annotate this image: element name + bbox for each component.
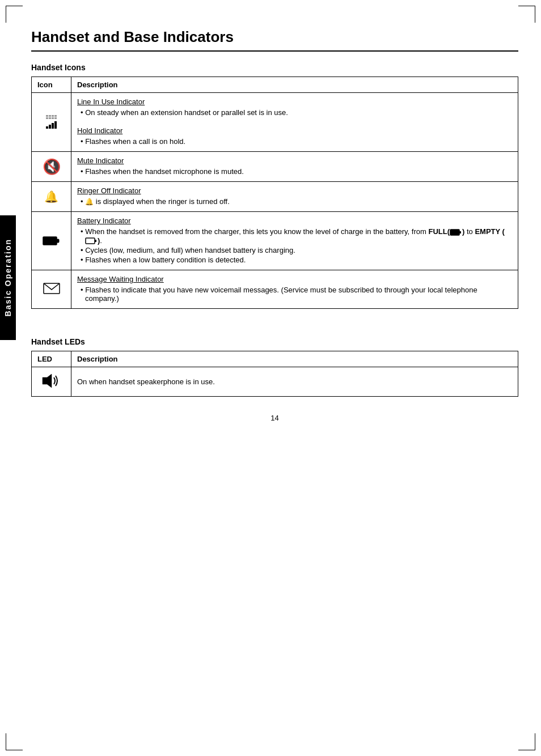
icon-cell-message	[32, 270, 71, 309]
handset-leds-table: LED Description On when handset s	[31, 351, 518, 397]
message-bullet1: Flashes to indicate that you have new vo…	[77, 286, 512, 303]
battery-bullet2: Cycles (low, medium, and full) when hand…	[77, 246, 512, 254]
battery-bullet1: When the handset is removed from the cha…	[77, 227, 512, 245]
line-use-bullet1: On steady when an extension handset or p…	[77, 108, 512, 117]
icon-cell-speaker	[32, 367, 71, 397]
handset-leds-heading: Handset LEDs	[31, 337, 518, 346]
table-row: Message Waiting Indicator Flashes to ind…	[32, 270, 518, 309]
mute-icon: 🔇	[43, 158, 61, 175]
svg-rect-2	[450, 230, 459, 235]
mute-title: Mute Indicator	[77, 156, 512, 165]
corner-mark-tl	[6, 6, 23, 23]
svg-rect-4	[86, 238, 95, 244]
page-title: Handset and Base Indicators	[31, 28, 518, 46]
side-tab-label: Basic Operation	[3, 239, 12, 316]
desc-cell-signal: Line In Use Indicator On steady when an …	[71, 93, 518, 152]
speaker-description: On when handset speakerphone is in use.	[77, 377, 215, 386]
table-row: 🔔 Ringer Off Indicator 🔔 is displayed wh…	[32, 182, 518, 212]
mute-bullet1: Flashes when the handset microphone is m…	[77, 167, 512, 176]
desc-cell-mute: Mute Indicator Flashes when the handset …	[71, 152, 518, 182]
col-desc-header: Description	[71, 77, 518, 93]
svg-rect-0	[43, 237, 57, 245]
desc-cell-ringer: Ringer Off Indicator 🔔 is displayed when…	[71, 182, 518, 212]
table-row: Battery Indicator When the handset is re…	[32, 212, 518, 270]
hold-title: Hold Indicator	[77, 126, 512, 135]
handset-icons-heading: Handset Icons	[31, 63, 518, 72]
desc-cell-battery: Battery Indicator When the handset is re…	[71, 212, 518, 270]
svg-rect-1	[57, 239, 59, 243]
ringer-off-icon: 🔔	[44, 190, 58, 203]
spacer1	[31, 326, 518, 337]
page-number: 14	[31, 414, 518, 422]
svg-rect-3	[459, 231, 461, 233]
battery-bullet3: Flashes when a low battery condition is …	[77, 256, 512, 264]
ringer-bullet1: 🔔 is displayed when the ringer is turned…	[77, 197, 512, 206]
icon-cell-mute: 🔇	[32, 152, 71, 182]
side-tab: Basic Operation	[0, 215, 16, 340]
col-leds-desc-header: Description	[71, 351, 518, 367]
signal-bars-icon	[46, 121, 57, 129]
col-led-header: LED	[32, 351, 71, 367]
hold-bullet1: Flashes when a call is on hold.	[77, 137, 512, 146]
corner-mark-br	[518, 733, 535, 750]
message-icon	[43, 282, 61, 295]
battery-title: Battery Indicator	[77, 216, 512, 225]
line-use-title: Line In Use Indicator	[77, 97, 512, 106]
speaker-icon	[40, 372, 63, 390]
table-row: 🔇 Mute Indicator Flashes when the handse…	[32, 152, 518, 182]
message-title: Message Waiting Indicator	[77, 275, 512, 283]
svg-rect-5	[95, 240, 96, 242]
battery-icon	[43, 235, 61, 247]
main-content: Handset and Base Indicators Handset Icon…	[31, 0, 518, 422]
table-row: Line In Use Indicator On steady when an …	[32, 93, 518, 152]
ringer-title: Ringer Off Indicator	[77, 186, 512, 195]
icon-cell-signal	[32, 93, 71, 152]
corner-mark-bl	[6, 733, 23, 750]
desc-cell-speaker: On when handset speakerphone is in use.	[71, 367, 518, 397]
corner-mark-tr	[518, 6, 535, 23]
svg-marker-7	[43, 374, 52, 388]
icon-cell-ringer: 🔔	[32, 182, 71, 212]
title-divider	[31, 50, 518, 52]
desc-cell-message: Message Waiting Indicator Flashes to ind…	[71, 270, 518, 309]
icon-cell-battery	[32, 212, 71, 270]
table-row: On when handset speakerphone is in use.	[32, 367, 518, 397]
handset-icons-table: Icon Description	[31, 77, 518, 309]
col-icon-header: Icon	[32, 77, 71, 93]
